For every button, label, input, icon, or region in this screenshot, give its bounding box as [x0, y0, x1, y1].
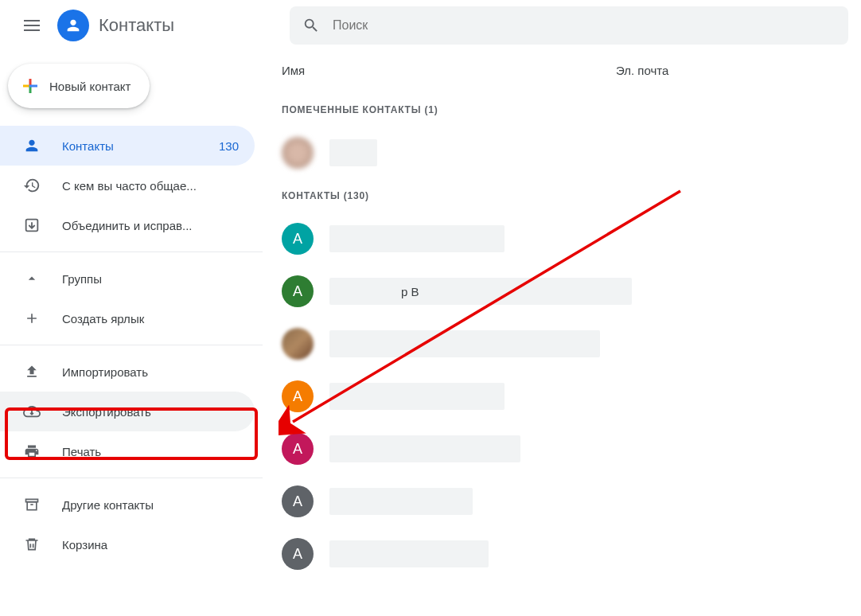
sidebar-item-print[interactable]: Печать: [0, 431, 255, 471]
avatar: А: [282, 275, 314, 307]
content-area: Имя Эл. почта ПОМЕЧЕННЫЕ КОНТАКТЫ (1) КО…: [263, 51, 861, 616]
sidebar-item-groups[interactable]: Группы: [0, 259, 255, 298]
column-email-header: Эл. почта: [616, 64, 668, 77]
app-title: Контакты: [99, 15, 174, 36]
app-logo: [57, 10, 89, 41]
sidebar-item-import[interactable]: Импортировать: [0, 352, 255, 392]
avatar: [282, 137, 314, 169]
svg-rect-4: [29, 85, 32, 88]
sidebar-item-contacts[interactable]: Контакты 130: [0, 126, 255, 166]
contact-name-redacted: р В: [329, 278, 632, 305]
sidebar-item-label: Группы: [62, 272, 239, 286]
sidebar-item-merge[interactable]: Объединить и исправ...: [0, 205, 255, 245]
sidebar-item-label: Создать ярлык: [62, 312, 239, 326]
sidebar-item-other-contacts[interactable]: Другие контакты: [0, 485, 255, 524]
contact-name-redacted: [329, 488, 473, 515]
sidebar-item-label: Другие контакты: [62, 498, 239, 512]
contact-name-redacted: [329, 225, 505, 252]
avatar: А: [282, 538, 314, 570]
person-outline-icon: [22, 136, 41, 155]
contact-row[interactable]: А: [263, 528, 861, 580]
search-icon: [302, 17, 320, 34]
divider: [0, 345, 263, 345]
contact-name-redacted: [329, 330, 600, 357]
contact-row[interactable]: Ар В: [263, 265, 861, 318]
history-icon: [22, 176, 41, 195]
trash-icon: [22, 535, 41, 554]
avatar: А: [282, 223, 314, 255]
contact-row[interactable]: А: [263, 475, 861, 528]
sidebar-item-label: Печать: [62, 445, 239, 458]
contact-row[interactable]: [263, 318, 861, 370]
starred-section-title: ПОМЕЧЕННЫЕ КОНТАКТЫ (1): [263, 93, 861, 127]
person-icon: [64, 17, 82, 34]
avatar: А: [282, 380, 314, 412]
svg-rect-0: [29, 79, 32, 85]
merge-fix-icon: [22, 216, 41, 235]
sidebar-item-trash[interactable]: Корзина: [0, 524, 255, 564]
create-label: Новый контакт: [49, 80, 131, 93]
contact-row[interactable]: А: [263, 212, 861, 265]
menu-icon: [24, 25, 40, 26]
contact-row[interactable]: А: [263, 370, 861, 423]
sidebar-item-label: Импортировать: [62, 365, 239, 379]
cloud-download-icon: [22, 402, 41, 421]
app-header: Контакты: [0, 0, 861, 51]
contact-name-redacted: [329, 435, 520, 462]
contacts-list: ААр ВАААА: [263, 212, 861, 580]
contacts-section-title: КОНТАКТЫ (130): [263, 179, 861, 212]
sidebar-item-label: Экспортировать: [62, 405, 239, 419]
upload-icon: [22, 362, 41, 381]
plus-icon: [22, 309, 41, 328]
sidebar-item-export[interactable]: Экспортировать: [0, 392, 255, 431]
content-header: Имя Эл. почта: [263, 64, 861, 93]
print-icon: [22, 442, 41, 461]
contact-name-redacted: [329, 139, 377, 166]
column-name-header: Имя: [282, 64, 616, 77]
search-input[interactable]: [333, 18, 836, 33]
sidebar-item-label: Корзина: [62, 538, 239, 552]
contact-name-redacted: [329, 383, 505, 410]
sidebar: Новый контакт Контакты 130 С кем вы част…: [0, 51, 263, 616]
sidebar-item-label: Объединить и исправ...: [62, 219, 239, 232]
search-bar[interactable]: [290, 6, 848, 45]
avatar: [282, 328, 314, 360]
divider: [0, 478, 263, 478]
create-contact-button[interactable]: Новый контакт: [8, 64, 150, 108]
sidebar-item-label: Контакты: [62, 139, 219, 153]
svg-rect-2: [23, 85, 29, 88]
main-area: Новый контакт Контакты 130 С кем вы част…: [0, 51, 861, 616]
avatar: А: [282, 485, 314, 517]
svg-rect-1: [29, 87, 32, 93]
sidebar-item-count: 130: [219, 139, 239, 153]
plus-multicolor-icon: [21, 76, 40, 96]
sidebar-item-frequent[interactable]: С кем вы часто общае...: [0, 166, 255, 205]
svg-rect-3: [31, 85, 37, 88]
svg-rect-7: [27, 502, 37, 510]
archive-icon: [22, 495, 41, 514]
chevron-up-icon: [22, 269, 41, 288]
contact-name-redacted: [329, 540, 489, 567]
header-left: Контакты: [13, 6, 283, 45]
avatar: А: [282, 433, 314, 465]
sidebar-item-create-label[interactable]: Создать ярлык: [0, 298, 255, 338]
sidebar-item-label: С кем вы часто общае...: [62, 179, 239, 193]
divider: [0, 251, 263, 252]
main-menu-button[interactable]: [13, 6, 51, 45]
nav-section-main: Контакты 130 С кем вы часто общае... Объ…: [0, 126, 263, 245]
contact-row[interactable]: А: [263, 423, 861, 475]
contact-row[interactable]: [263, 127, 861, 179]
